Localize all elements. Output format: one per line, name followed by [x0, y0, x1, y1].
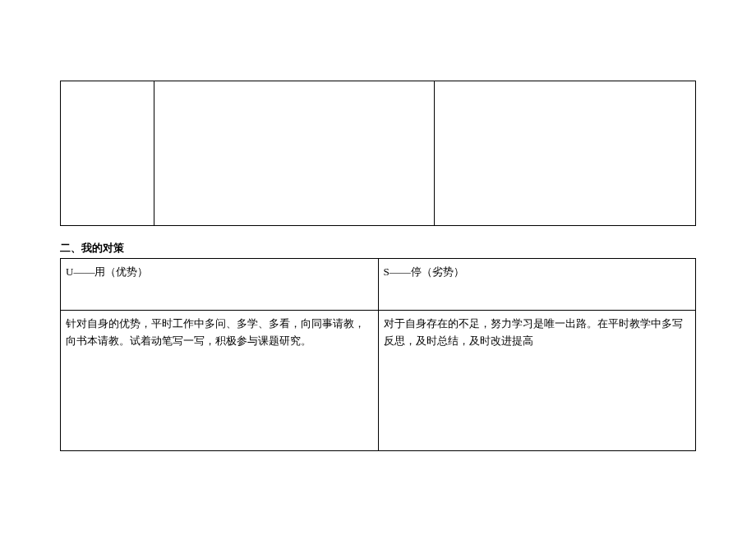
- top-table: [60, 81, 696, 226]
- bottom-table: U——用（优势） S——停（劣势） 针对自身的优势，平时工作中多问、多学、多看，…: [60, 258, 696, 451]
- header-strengths: U——用（优势）: [61, 259, 379, 311]
- top-cell-1: [61, 81, 154, 226]
- top-cell-3: [435, 81, 696, 226]
- content-strengths: 针对自身的优势，平时工作中多问、多学、多看，向同事请教，向书本请教。试着动笔写一…: [61, 311, 379, 451]
- page-container: 二、我的对策 U——用（优势） S——停（劣势） 针对自身的优势，平时工作中多问…: [0, 81, 756, 451]
- content-weaknesses: 对于自身存在的不足，努力学习是唯一出路。在平时教学中多写反思，及时总结，及时改进…: [378, 311, 696, 451]
- top-cell-2: [154, 81, 435, 226]
- table-row: [61, 81, 696, 226]
- table-row: 针对自身的优势，平时工作中多问、多学、多看，向同事请教，向书本请教。试着动笔写一…: [61, 311, 696, 451]
- table-row: U——用（优势） S——停（劣势）: [61, 259, 696, 311]
- section-heading: 二、我的对策: [60, 241, 696, 256]
- header-weaknesses: S——停（劣势）: [378, 259, 696, 311]
